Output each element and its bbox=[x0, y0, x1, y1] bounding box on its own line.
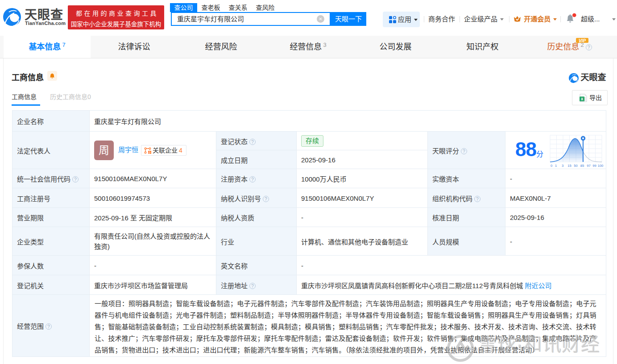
svg-text:15: 15 bbox=[567, 164, 571, 168]
svg-text:99: 99 bbox=[592, 164, 596, 168]
svg-text:0: 0 bbox=[551, 164, 552, 168]
svg-text:3: 3 bbox=[562, 164, 563, 168]
svg-text:VIP: VIP bbox=[579, 38, 586, 43]
svg-text:X: X bbox=[581, 97, 584, 101]
svg-text:85: 85 bbox=[580, 164, 584, 168]
svg-text:97: 97 bbox=[587, 164, 590, 168]
svg-text:100: 100 bbox=[598, 164, 604, 168]
svg-text:企: 企 bbox=[149, 151, 151, 154]
svg-text:1: 1 bbox=[555, 164, 557, 168]
svg-text:50: 50 bbox=[574, 164, 577, 168]
